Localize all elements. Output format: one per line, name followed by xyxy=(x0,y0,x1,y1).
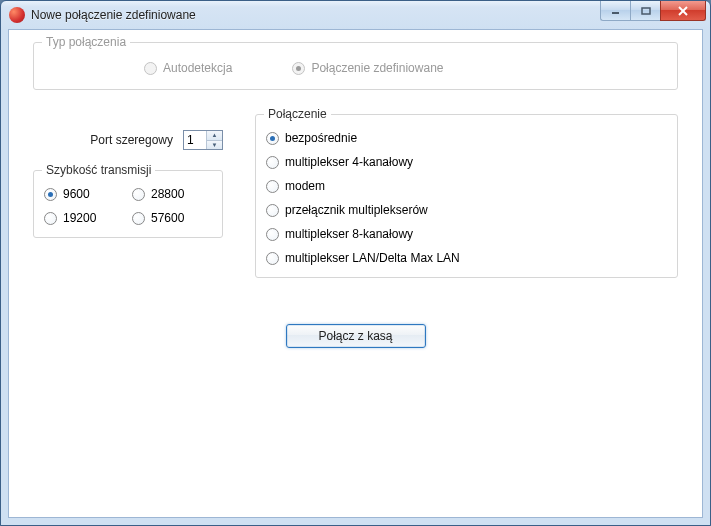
spinner-up-icon[interactable]: ▲ xyxy=(207,131,222,141)
connect-button[interactable]: Połącz z kasą xyxy=(286,324,426,348)
minimize-button[interactable] xyxy=(600,1,630,21)
radio-autodetect-label: Autodetekcja xyxy=(163,61,232,75)
radio-icon xyxy=(132,188,145,201)
radio-defined: Połączenie zdefiniowane xyxy=(292,61,443,75)
radio-connection-label: przełącznik multiplekserów xyxy=(285,203,428,217)
transmission-speed-group: Szybkość transmisji 9600288001920057600 xyxy=(33,170,223,238)
radio-connection[interactable]: multiplekser 4-kanałowy xyxy=(266,155,667,169)
connection-type-group: Typ połączenia Autodetekcja Połączenie z… xyxy=(33,42,678,90)
radio-icon xyxy=(266,252,279,265)
spinner-down-icon[interactable]: ▼ xyxy=(207,141,222,150)
serial-port-spinner[interactable]: ▲ ▼ xyxy=(183,130,223,150)
window: Nowe połączenie zdefiniowane Typ połącze… xyxy=(0,0,711,526)
maximize-button[interactable] xyxy=(630,1,660,21)
radio-speed-label: 28800 xyxy=(151,187,184,201)
radio-connection-label: multiplekser LAN/Delta Max LAN xyxy=(285,251,460,265)
radio-icon xyxy=(292,62,305,75)
client-area: Typ połączenia Autodetekcja Połączenie z… xyxy=(8,29,703,518)
radio-icon xyxy=(44,188,57,201)
radio-icon xyxy=(266,132,279,145)
radio-connection[interactable]: multiplekser LAN/Delta Max LAN xyxy=(266,251,667,265)
radio-connection-label: multiplekser 8-kanałowy xyxy=(285,227,413,241)
serial-port-label: Port szeregowy xyxy=(90,133,173,147)
titlebar[interactable]: Nowe połączenie zdefiniowane xyxy=(1,1,710,29)
radio-speed-57600[interactable]: 57600 xyxy=(132,211,212,225)
transmission-speed-legend: Szybkość transmisji xyxy=(42,163,155,177)
radio-connection-label: modem xyxy=(285,179,325,193)
svg-rect-1 xyxy=(642,8,650,14)
radio-speed-label: 9600 xyxy=(63,187,90,201)
radio-icon xyxy=(266,180,279,193)
radio-icon xyxy=(266,156,279,169)
radio-icon xyxy=(266,228,279,241)
connection-type-legend: Typ połączenia xyxy=(42,35,130,49)
radio-connection[interactable]: przełącznik multiplekserów xyxy=(266,203,667,217)
radio-speed-label: 19200 xyxy=(63,211,96,225)
close-button[interactable] xyxy=(660,1,706,21)
radio-speed-19200[interactable]: 19200 xyxy=(44,211,124,225)
connection-group: Połączenie bezpośredniemultiplekser 4-ka… xyxy=(255,114,678,278)
radio-connection[interactable]: modem xyxy=(266,179,667,193)
connection-legend: Połączenie xyxy=(264,107,331,121)
radio-autodetect: Autodetekcja xyxy=(144,61,232,75)
radio-defined-label: Połączenie zdefiniowane xyxy=(311,61,443,75)
radio-icon xyxy=(132,212,145,225)
radio-speed-9600[interactable]: 9600 xyxy=(44,187,124,201)
radio-icon xyxy=(144,62,157,75)
radio-icon xyxy=(44,212,57,225)
radio-speed-label: 57600 xyxy=(151,211,184,225)
radio-connection-label: multiplekser 4-kanałowy xyxy=(285,155,413,169)
radio-connection-label: bezpośrednie xyxy=(285,131,357,145)
radio-connection[interactable]: bezpośrednie xyxy=(266,131,667,145)
serial-port-input[interactable] xyxy=(184,131,206,149)
radio-speed-28800[interactable]: 28800 xyxy=(132,187,212,201)
app-icon xyxy=(9,7,25,23)
radio-connection[interactable]: multiplekser 8-kanałowy xyxy=(266,227,667,241)
radio-icon xyxy=(266,204,279,217)
